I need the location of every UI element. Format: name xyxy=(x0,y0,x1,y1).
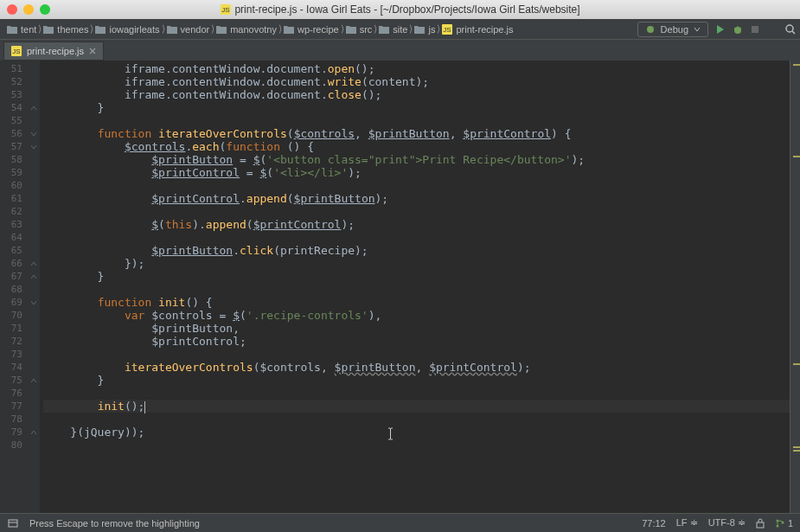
line-separator[interactable]: LF ≑ xyxy=(676,517,698,529)
code-line[interactable] xyxy=(43,114,790,127)
code-line[interactable]: var $controls = $('.recipe-controls'), xyxy=(43,309,790,322)
js-file-icon: JS xyxy=(220,4,230,15)
breadcrumb-src[interactable]: src xyxy=(342,24,376,35)
svg-line-11 xyxy=(792,31,795,34)
code-line[interactable] xyxy=(43,283,790,296)
fold-toggle[interactable] xyxy=(28,101,40,114)
code-line[interactable] xyxy=(43,439,790,452)
git-widget[interactable]: 1 xyxy=(775,518,793,529)
code-line[interactable]: $printButton, xyxy=(43,322,790,335)
breadcrumb-print-recipe.js[interactable]: JSprint-recipe.js xyxy=(438,24,516,35)
code-line[interactable] xyxy=(43,179,790,192)
folder-icon xyxy=(216,25,227,34)
folder-icon xyxy=(379,25,389,34)
line-number: 56 xyxy=(0,127,22,140)
file-encoding[interactable]: UTF-8 ≑ xyxy=(708,517,746,529)
code-line[interactable]: iframe.contentWindow.document.open(); xyxy=(43,62,790,75)
code-line[interactable] xyxy=(43,387,790,400)
breadcrumb-manovotny[interactable]: manovotny xyxy=(213,24,280,35)
breadcrumb-iowagirleats[interactable]: iowagirleats xyxy=(92,24,163,35)
folder-icon xyxy=(167,25,177,34)
code-line[interactable]: $printControl.append($printButton); xyxy=(43,192,790,205)
code-line[interactable]: iframe.contentWindow.document.write(cont… xyxy=(43,75,790,88)
line-number: 53 xyxy=(0,88,22,101)
breadcrumb-js[interactable]: js xyxy=(411,24,438,35)
fold-collapse-icon xyxy=(30,273,37,280)
code-line[interactable]: function iterateOverControls($controls, … xyxy=(43,127,790,140)
breadcrumb-vendor[interactable]: vendor xyxy=(163,24,214,35)
stop-button[interactable] xyxy=(750,24,760,35)
close-tab-icon[interactable] xyxy=(89,48,96,54)
svg-point-10 xyxy=(786,25,793,32)
svg-point-5 xyxy=(734,27,741,34)
code-line[interactable] xyxy=(43,348,790,361)
code-line[interactable]: $printButton.click(printRecipe); xyxy=(43,244,790,257)
line-number: 70 xyxy=(0,309,22,322)
lock-icon[interactable] xyxy=(756,518,765,529)
code-line[interactable]: } xyxy=(43,374,790,387)
line-number: 68 xyxy=(0,283,22,296)
scrollbar-minimap[interactable] xyxy=(790,61,800,513)
svg-point-4 xyxy=(647,26,654,33)
minimize-window-icon[interactable] xyxy=(23,4,34,15)
chevron-down-icon xyxy=(694,26,701,33)
code-line[interactable]: $printControl; xyxy=(43,335,790,348)
breadcrumb-wp-recipe[interactable]: wp-recipe xyxy=(280,24,342,35)
js-file-icon: JS xyxy=(442,24,452,35)
code-editor[interactable]: 5152535455565758596061626364656667686970… xyxy=(0,61,800,513)
close-window-icon[interactable] xyxy=(7,4,17,15)
code-line[interactable]: iterateOverControls($controls, $printBut… xyxy=(43,361,790,374)
code-line[interactable]: } xyxy=(43,270,790,283)
cursor-position[interactable]: 77:12 xyxy=(642,518,666,529)
code-line[interactable]: } xyxy=(43,101,790,114)
tab-print-recipe[interactable]: JS print-recipe.js xyxy=(3,42,104,61)
svg-text:JS: JS xyxy=(12,48,20,55)
search-button[interactable] xyxy=(784,23,797,35)
svg-text:JS: JS xyxy=(221,6,229,14)
fold-toggle[interactable] xyxy=(28,127,40,140)
line-number: 51 xyxy=(0,62,22,75)
run-configuration-selector[interactable]: Debug xyxy=(637,22,708,37)
fold-toggle[interactable] xyxy=(28,296,40,309)
code-line[interactable]: }(jQuery)); xyxy=(43,426,790,439)
line-number: 63 xyxy=(0,218,22,231)
code-line[interactable]: $(this).append($printControl); xyxy=(43,218,790,231)
fold-expand-icon xyxy=(30,131,37,138)
fold-collapse-icon xyxy=(30,260,37,267)
fold-toggle[interactable] xyxy=(28,270,40,283)
code-area[interactable]: iframe.contentWindow.document.open(); if… xyxy=(40,61,790,513)
debug-button[interactable] xyxy=(733,24,743,35)
run-button[interactable] xyxy=(715,24,726,35)
line-number: 52 xyxy=(0,75,22,88)
code-line[interactable]: $printButton = $('<button class="print">… xyxy=(43,153,790,166)
fold-toggle[interactable] xyxy=(28,374,40,387)
svg-rect-16 xyxy=(757,522,764,528)
svg-text:JS: JS xyxy=(444,26,451,34)
code-line[interactable]: $controls.each(function () { xyxy=(43,140,790,153)
fold-gutter[interactable] xyxy=(28,61,40,513)
line-number: 74 xyxy=(0,361,22,374)
breadcrumb-tent[interactable]: tent xyxy=(3,24,40,35)
fold-toggle[interactable] xyxy=(28,257,40,270)
breadcrumb-themes[interactable]: themes xyxy=(40,24,92,35)
fold-toggle[interactable] xyxy=(28,140,40,153)
maximize-window-icon[interactable] xyxy=(40,4,50,15)
breadcrumb-site[interactable]: site xyxy=(375,24,411,35)
code-line[interactable] xyxy=(43,413,790,426)
code-line[interactable] xyxy=(43,231,790,244)
status-icon[interactable] xyxy=(7,517,19,529)
fold-toggle[interactable] xyxy=(28,426,40,439)
code-line[interactable] xyxy=(43,205,790,218)
line-number: 75 xyxy=(0,374,22,387)
code-line[interactable]: iframe.contentWindow.document.close(); xyxy=(43,88,790,101)
svg-rect-14 xyxy=(9,520,17,527)
line-number: 61 xyxy=(0,192,22,205)
title-bar: JS print-recipe.js - Iowa Girl Eats - [~… xyxy=(0,0,800,19)
code-line[interactable]: init(); xyxy=(43,400,790,413)
code-line[interactable]: $printControl = $('<li></li>'); xyxy=(43,166,790,179)
folder-icon xyxy=(284,25,294,34)
code-line[interactable]: function init() { xyxy=(43,296,790,309)
line-number: 65 xyxy=(0,244,22,257)
line-number: 67 xyxy=(0,270,22,283)
code-line[interactable]: }); xyxy=(43,257,790,270)
